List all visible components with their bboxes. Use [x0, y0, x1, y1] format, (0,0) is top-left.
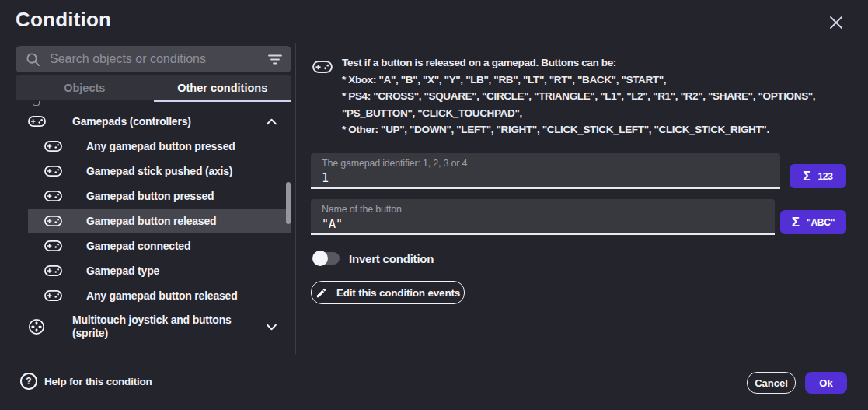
- gamepad-identifier-field: The gamepad identifier: 1, 2, 3 or 4: [311, 153, 780, 189]
- list-item[interactable]: Multitouch joystick and buttons (sprite): [28, 308, 291, 345]
- description-line: * Xbox: "A", "B", "X", "Y", "LB", "RB", …: [342, 72, 864, 89]
- list-item[interactable]: Gamepad stick pushed (axis): [28, 159, 291, 184]
- expression-builder-number-button[interactable]: Σ 123: [790, 164, 846, 188]
- sigma-icon: Σ: [792, 215, 800, 230]
- list-item-label: Gamepad stick pushed (axis): [86, 165, 232, 177]
- tab-objects[interactable]: Objects: [16, 75, 154, 100]
- page-title: Condition: [16, 8, 111, 32]
- expression-button-label: 123: [817, 171, 832, 182]
- gamepad-icon: [312, 60, 333, 74]
- invert-condition-row: Invert condition: [312, 250, 434, 267]
- filter-icon[interactable]: [268, 54, 282, 65]
- search-icon: [26, 52, 40, 67]
- cancel-button[interactable]: Cancel: [747, 372, 796, 394]
- list-item[interactable]: Gamepad button pressed: [28, 184, 291, 209]
- field-label: Name of the button: [322, 204, 764, 215]
- button-name-field: Name of the button: [311, 199, 775, 235]
- list-item[interactable]: Gamepad button released: [28, 209, 291, 233]
- sigma-icon: Σ: [803, 169, 810, 184]
- list-item-label: Gamepad type: [86, 265, 159, 277]
- gamepad-icon: [44, 240, 63, 252]
- gamepad-icon: [44, 215, 63, 227]
- chevron-up-icon[interactable]: [266, 118, 277, 125]
- description-line: "PS_BUTTON", "CLICK_TOUCHPAD",: [342, 105, 864, 122]
- conditions-list: Gamepads (controllers)Any gamepad button…: [28, 103, 291, 345]
- gamepad-icon: [44, 265, 63, 277]
- panel-divider: [295, 43, 296, 354]
- gamepad-icon: [44, 289, 63, 302]
- list-item-label: Any gamepad button released: [86, 289, 238, 302]
- invert-condition-toggle[interactable]: [312, 251, 340, 266]
- gamepad-icon: [44, 140, 63, 152]
- list-item-label: Gamepad button pressed: [86, 190, 214, 202]
- button-name-input[interactable]: [322, 215, 764, 231]
- list-item-label: Any gamepad button pressed: [86, 140, 235, 152]
- close-icon: [829, 16, 843, 30]
- expression-builder-string-button[interactable]: Σ "ABC": [780, 210, 846, 234]
- field-label: The gamepad identifier: 1, 2, 3 or 4: [322, 158, 769, 169]
- joystick-icon: [28, 318, 48, 335]
- list-item-label: Gamepads (controllers): [72, 115, 191, 128]
- list-item[interactable]: Gamepads (controllers): [28, 109, 291, 134]
- pencil-icon: [315, 287, 327, 299]
- list-item-label: Multitouch joystick and buttons (sprite): [72, 314, 237, 340]
- edit-button-label: Edit this condition events: [336, 287, 460, 299]
- description-line: Test if a button is released on a gamepa…: [342, 54, 864, 72]
- list-item[interactable]: Gamepad type: [28, 258, 291, 283]
- description-line: * PS4: "CROSS", "SQUARE", "CIRCLE", "TRI…: [342, 88, 864, 105]
- list-item[interactable]: Gamepad connected: [28, 233, 291, 258]
- chevron-down-icon[interactable]: [266, 324, 277, 331]
- help-link[interactable]: ? Help for this condition: [20, 373, 152, 390]
- ok-button[interactable]: Ok: [805, 372, 847, 394]
- expression-button-label: "ABC": [807, 217, 835, 228]
- invert-condition-label: Invert condition: [349, 252, 434, 265]
- gamepad-icon: [44, 190, 63, 202]
- gamepad-icon: [44, 165, 63, 177]
- tab-bar: Objects Other conditions: [16, 75, 291, 100]
- help-label: Help for this condition: [44, 376, 152, 387]
- edit-condition-events-button[interactable]: Edit this condition events: [311, 281, 465, 304]
- list-item-label: Gamepad connected: [86, 240, 190, 252]
- search-box: [16, 46, 291, 72]
- list-item[interactable]: Any gamepad button pressed: [28, 134, 291, 159]
- list-scrollbar-thumb[interactable]: [286, 182, 291, 224]
- gamepad-icon: [28, 115, 48, 128]
- tab-other-conditions[interactable]: Other conditions: [154, 75, 292, 100]
- close-button[interactable]: [824, 10, 849, 35]
- search-input[interactable]: [50, 52, 268, 66]
- list-item-label: Gamepad button released: [86, 215, 216, 227]
- condition-description: Test if a button is released on a gamepa…: [342, 54, 864, 138]
- list-item[interactable]: Any gamepad button released: [28, 283, 291, 308]
- toggle-knob: [312, 251, 328, 266]
- gamepad-identifier-input[interactable]: [322, 169, 769, 185]
- description-line: * Other: "UP", "DOWN", "LEFT", "RIGHT", …: [342, 121, 864, 138]
- active-tab-indicator: [154, 100, 292, 102]
- help-icon: ?: [20, 373, 37, 390]
